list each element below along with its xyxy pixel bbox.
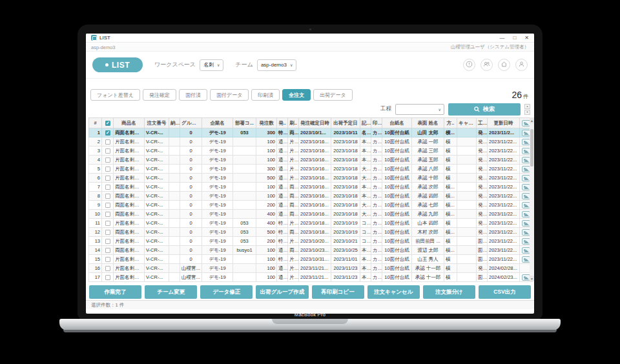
table-row[interactable]: 3片面名刺片...V-CR-...0デモ-19100通...片...2023/1…: [89, 147, 533, 156]
team-select[interactable]: asp-demo3 ∨: [257, 59, 296, 71]
users-button[interactable]: [480, 59, 493, 71]
column-header[interactable]: 発注数: [256, 118, 277, 128]
scroll-down-icon[interactable]: ▼: [530, 276, 534, 281]
tab-出荷データ[interactable]: 出荷データ: [313, 89, 352, 101]
table-row[interactable]: 16片面名刺片...V-CR-...山櫻営...デモ-19100通...片...…: [89, 264, 533, 273]
table-row[interactable]: 5片面名刺片...V-CR-...0デモ-19300通...片...2023/1…: [89, 165, 533, 174]
tabs-row: フォント差替え発注確定面付済面付データ印刷済全注文出荷データ 26 件: [86, 88, 534, 102]
column-header[interactable]: 刷..: [288, 118, 299, 128]
column-header[interactable]: 発..: [277, 118, 288, 128]
column-header[interactable]: 台紙名: [382, 118, 412, 128]
minimize-button[interactable]: —: [499, 34, 504, 43]
cell: 2023/11/21...: [299, 273, 331, 282]
select-all-checkbox[interactable]: [102, 118, 114, 128]
scroll-up-icon[interactable]: ▲: [530, 117, 534, 123]
table-row[interactable]: 17片面名刺片...V-CR-...山櫻営...デモ-19100通...片...…: [89, 273, 533, 282]
cell: 2023/10/31...: [299, 255, 331, 264]
process-select[interactable]: ∨: [395, 104, 444, 115]
cell: 2023/10/18: [331, 165, 360, 174]
tab-フォント差替え[interactable]: フォント差替え: [90, 89, 140, 101]
table-row[interactable]: 10両面名刺両...V-CR-...0デモ-19400通...両...2023/…: [89, 210, 533, 219]
row-checkbox[interactable]: [102, 192, 114, 201]
column-header[interactable]: 納...: [169, 118, 180, 128]
user-button[interactable]: [515, 59, 528, 71]
row-checkbox[interactable]: [102, 137, 114, 147]
close-button[interactable]: ✕: [524, 34, 529, 43]
table-row[interactable]: 8両面名刺両...V-CR-...0デモ-19100通...両...2023/1…: [89, 192, 533, 201]
row-checkbox[interactable]: [102, 273, 114, 282]
table-row[interactable]: 4片面名刺片...V-CR-...0デモ-19100通...片...2023/1…: [89, 156, 533, 165]
row-checkbox[interactable]: [102, 255, 114, 264]
row-checkbox[interactable]: [102, 183, 114, 192]
column-header[interactable]: グルー...: [180, 118, 202, 128]
action-button-注文振分け[interactable]: 注文振分け: [423, 285, 475, 299]
action-button-作業完了[interactable]: 作業完了: [89, 285, 141, 299]
row-checkbox[interactable]: [102, 228, 114, 237]
row-checkbox[interactable]: [102, 156, 114, 165]
action-button-再印刷コピー[interactable]: 再印刷コピー: [312, 285, 364, 299]
action-button-CSV出力[interactable]: CSV出力: [479, 285, 531, 299]
home-button[interactable]: [498, 59, 510, 71]
row-checkbox[interactable]: [102, 237, 114, 246]
tab-全注文[interactable]: 全注文: [282, 89, 311, 101]
row-checkbox[interactable]: [102, 264, 114, 273]
table-row[interactable]: 15片面名刺片...V-CR-...0デモ-19100特...片...2023/…: [89, 255, 533, 264]
column-header[interactable]: 更新日時: [488, 118, 520, 128]
chevron-down-icon: ∨: [217, 63, 220, 67]
workspace-select[interactable]: 名刺 ∨: [200, 59, 223, 71]
column-header[interactable]: 商品名: [114, 118, 145, 128]
maximize-button[interactable]: □: [513, 34, 516, 43]
row-checkbox[interactable]: [102, 201, 114, 210]
column-header[interactable]: 表面 姓名: [412, 118, 444, 128]
table-row[interactable]: 14両面名刺両...V-CR-...0デモ-19busyo1100通...両..…: [89, 246, 533, 255]
spinner-down-icon[interactable]: ▼: [524, 110, 530, 115]
table-row[interactable]: 7両面名刺両...V-CR-...0デモ-19100通...両...2023/1…: [89, 183, 533, 192]
table-row[interactable]: 2片面名刺片...V-CR-...0デモ-19100通...片...2023/1…: [89, 137, 533, 147]
cell: 10面付台紙: [382, 183, 412, 192]
info-button[interactable]: [463, 59, 475, 71]
column-header[interactable]: 部署コ...: [233, 118, 256, 128]
tab-面付済[interactable]: 面付済: [179, 89, 207, 101]
column-header[interactable]: キャン...: [457, 118, 477, 128]
row-checkbox[interactable]: [102, 246, 114, 255]
tab-発注確定[interactable]: 発注確定: [143, 89, 176, 101]
cell: 2023/10/21: [331, 237, 360, 246]
table-row[interactable]: 13片面名刺片...V-CR-...0デモ-19053200特...片...20…: [89, 237, 533, 246]
scrollbar-thumb[interactable]: [530, 129, 533, 167]
row-checkbox[interactable]: [102, 147, 114, 156]
action-button-注文キャンセル[interactable]: 注文キャンセル: [367, 285, 420, 299]
table-row[interactable]: 6片面名刺片...V-CR-...0デモ-19500通...片...2023/1…: [89, 174, 533, 183]
column-header[interactable]: 工...: [477, 118, 488, 128]
cell: V-CR-...: [145, 228, 169, 237]
column-header[interactable]: 出荷予定日: [331, 118, 360, 128]
column-header[interactable]: 発注確定日時: [299, 118, 331, 128]
table-row[interactable]: 1両面名刺両...V-CR-...0デモ-19053300特...両...202…: [89, 128, 533, 137]
column-header[interactable]: 記...: [360, 118, 371, 128]
table-row[interactable]: 9両面名刺両...V-CR-...0デモ-19200通...両...2023/1…: [89, 201, 533, 210]
column-header[interactable]: 注文番号: [145, 118, 169, 128]
action-button-データ修正[interactable]: データ修正: [200, 285, 253, 299]
row-checkbox[interactable]: [102, 165, 114, 174]
action-button-出荷グループ作成[interactable]: 出荷グループ作成: [256, 285, 308, 299]
cell: 2023/11/22...: [488, 237, 520, 246]
cell: 2023/11/23: [331, 273, 360, 282]
cell: [169, 237, 180, 246]
column-header[interactable]: 企業名: [202, 118, 233, 128]
row-spinner[interactable]: ▲ ▼: [524, 104, 530, 115]
row-checkbox[interactable]: [102, 128, 114, 137]
column-header[interactable]: 印...: [371, 118, 382, 128]
tab-印刷済[interactable]: 印刷済: [251, 89, 280, 101]
search-button[interactable]: 検索: [448, 103, 521, 116]
table-row[interactable]: 11片面名刺片...V-CR-...0デモ-19053400特...片...20…: [89, 219, 533, 228]
row-checkbox[interactable]: [102, 219, 114, 228]
tab-面付データ[interactable]: 面付データ: [210, 89, 249, 101]
cell: 両...: [288, 183, 299, 192]
action-button-チーム変更[interactable]: チーム変更: [145, 285, 197, 299]
column-header[interactable]: #: [89, 118, 102, 128]
spinner-up-icon[interactable]: ▲: [524, 104, 530, 109]
row-checkbox[interactable]: [102, 210, 114, 219]
table-row[interactable]: 12両面名刺両...V-CR-...0デモ-19053500特...両...20…: [89, 228, 533, 237]
vertical-scrollbar[interactable]: ▲ ▼: [530, 117, 534, 281]
row-checkbox[interactable]: [102, 174, 114, 183]
column-header[interactable]: 方..: [444, 118, 457, 128]
